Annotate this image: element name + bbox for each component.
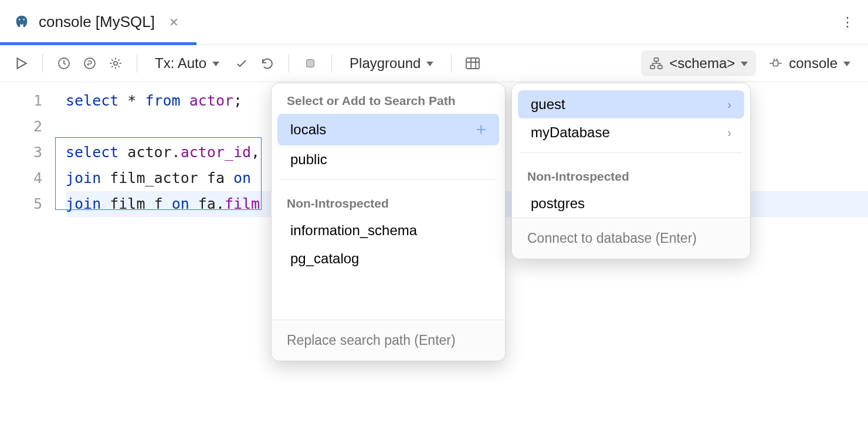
history-icon[interactable] [53, 53, 74, 74]
popup-footer-hint: Connect to database (Enter) [512, 218, 750, 259]
add-icon[interactable]: + [476, 120, 486, 140]
plug-icon [768, 57, 783, 69]
svg-rect-9 [658, 65, 662, 69]
database-popup: guest › myDatabase › Non-Introspected po… [511, 83, 751, 259]
separator [331, 54, 332, 73]
svg-point-0 [19, 19, 20, 20]
svg-rect-7 [655, 57, 659, 61]
tx-mode-dropdown[interactable]: Tx: Auto [148, 52, 226, 75]
run-button[interactable] [11, 53, 32, 74]
table-view-icon[interactable] [462, 53, 483, 74]
caret-down-icon [212, 62, 219, 66]
svg-point-1 [23, 19, 25, 20]
session-selector-dropdown[interactable]: console [761, 52, 857, 75]
popup-section-heading: Non-Introspected [272, 186, 505, 216]
postgres-elephant-icon [13, 13, 30, 31]
svg-rect-6 [466, 58, 479, 69]
active-tab-indicator [0, 42, 196, 45]
commit-icon[interactable] [231, 53, 252, 74]
caret-down-icon [426, 62, 433, 66]
chevron-right-icon: › [727, 98, 731, 111]
tab-overflow-menu-icon[interactable]: ⋮ [827, 15, 868, 30]
schema-item[interactable]: locals + [277, 114, 499, 145]
database-item[interactable]: guest › [518, 90, 744, 118]
line-number-gutter: 1 2 3 4 5 [0, 82, 56, 424]
separator [289, 54, 289, 73]
schema-item[interactable]: pg_catalog [277, 245, 499, 273]
divider [520, 152, 742, 153]
editor-tab[interactable]: console [MySQL] ✕ [0, 0, 196, 45]
popup-section-heading: Non-Introspected [512, 159, 750, 189]
chevron-right-icon: › [727, 126, 731, 140]
svg-point-3 [84, 58, 95, 69]
settings-icon[interactable] [105, 53, 126, 74]
schema-icon [649, 57, 663, 70]
editor-tabbar: console [MySQL] ✕ ⋮ [0, 0, 868, 45]
database-item[interactable]: postgres [518, 189, 744, 218]
schema-item[interactable]: information_schema [277, 216, 499, 245]
param-icon[interactable] [79, 53, 100, 74]
rollback-icon[interactable] [257, 53, 278, 74]
caret-down-icon [843, 62, 850, 66]
schema-item[interactable]: public [277, 145, 499, 174]
separator [137, 54, 137, 73]
stop-icon[interactable] [300, 53, 321, 74]
svg-rect-10 [774, 60, 778, 66]
separator [42, 54, 43, 73]
svg-point-4 [114, 61, 117, 65]
popup-section-heading: Select or Add to Search Path [272, 83, 505, 114]
divider [280, 179, 497, 180]
svg-rect-8 [650, 65, 655, 69]
schema-selector-dropdown[interactable]: <schema> [641, 50, 756, 76]
caret-down-icon [741, 62, 748, 66]
database-item[interactable]: myDatabase › [518, 118, 744, 147]
popup-footer-hint: Replace search path (Enter) [272, 320, 505, 361]
separator [451, 54, 452, 73]
close-tab-icon[interactable]: ✕ [169, 15, 179, 29]
query-toolbar: Tx: Auto Playground [0, 45, 868, 82]
svg-rect-5 [307, 59, 314, 67]
tab-title: console [MySQL] [39, 13, 155, 31]
schema-popup: Select or Add to Search Path locals + pu… [271, 83, 506, 361]
playground-dropdown[interactable]: Playground [343, 52, 440, 75]
